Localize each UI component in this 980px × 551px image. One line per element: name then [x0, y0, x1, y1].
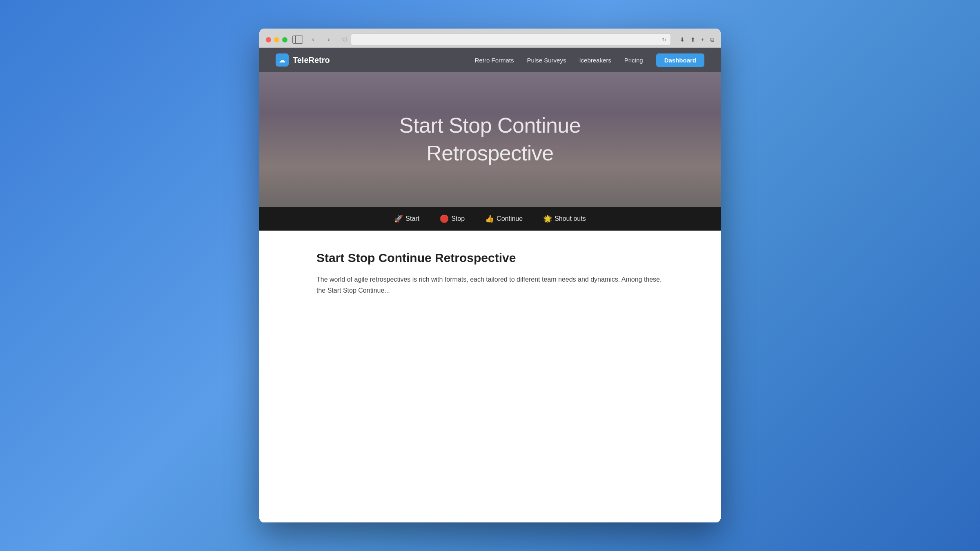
- sidebar-icon: [292, 36, 303, 44]
- content-area: Start Stop Continue Retrospective The wo…: [259, 231, 721, 522]
- shield-icon: 🛡: [342, 37, 347, 43]
- new-tab-icon[interactable]: +: [701, 36, 704, 43]
- hero-title-line2: Retrospective: [426, 141, 553, 165]
- tab-stop[interactable]: 🛑 Stop: [440, 214, 465, 223]
- tab-continue-label: Continue: [497, 215, 523, 222]
- content-body: The world of agile retrospectives is ric…: [316, 274, 664, 296]
- close-button[interactable]: [266, 37, 271, 42]
- website: ☁ TeleRetro Retro Formats Pulse Surveys …: [259, 48, 721, 522]
- continue-emoji: 👍: [485, 214, 494, 223]
- tab-shout-outs[interactable]: 🌟 Shout outs: [543, 214, 586, 223]
- browser-content: ☁ TeleRetro Retro Formats Pulse Surveys …: [259, 48, 721, 522]
- shoutouts-emoji: 🌟: [543, 214, 552, 223]
- refresh-icon[interactable]: ↻: [662, 37, 666, 43]
- address-bar[interactable]: ↻: [351, 33, 671, 46]
- site-nav: ☁ TeleRetro Retro Formats Pulse Surveys …: [259, 48, 721, 72]
- forward-button[interactable]: ›: [323, 34, 334, 45]
- browser-titlebar: ‹ › 🛡 ↻ ⬇ ⬆ + ⧉: [266, 33, 714, 47]
- start-emoji: 🚀: [394, 214, 403, 223]
- hero-section: Start Stop Continue Retrospective: [259, 72, 721, 207]
- minimize-button[interactable]: [274, 37, 279, 42]
- browser-window: ‹ › 🛡 ↻ ⬇ ⬆ + ⧉: [259, 29, 721, 522]
- browser-actions: ⬇ ⬆ + ⧉: [680, 36, 714, 43]
- hero-title: Start Stop Continue Retrospective: [399, 112, 581, 167]
- tab-stop-label: Stop: [451, 215, 465, 222]
- back-button[interactable]: ‹: [308, 34, 318, 45]
- tab-start-label: Start: [405, 215, 419, 222]
- hero-title-line1: Start Stop Continue: [399, 113, 581, 137]
- tab-continue[interactable]: 👍 Continue: [485, 214, 523, 223]
- share-icon[interactable]: ⬆: [690, 36, 695, 43]
- nav-links: Retro Formats Pulse Surveys Icebreakers …: [475, 53, 704, 67]
- logo-text: TeleRetro: [293, 56, 330, 65]
- tab-overview-icon[interactable]: ⧉: [710, 36, 714, 43]
- traffic-lights: [266, 37, 287, 42]
- sidebar-toggle-button[interactable]: [292, 34, 303, 45]
- logo[interactable]: ☁ TeleRetro: [276, 53, 330, 67]
- browser-chrome: ‹ › 🛡 ↻ ⬇ ⬆ + ⧉: [259, 29, 721, 48]
- download-icon[interactable]: ⬇: [680, 36, 685, 43]
- nav-pulse-surveys[interactable]: Pulse Surveys: [527, 57, 566, 64]
- nav-retro-formats[interactable]: Retro Formats: [475, 57, 514, 64]
- tab-shoutouts-label: Shout outs: [555, 215, 586, 222]
- tab-bar: 🚀 Start 🛑 Stop 👍 Continue 🌟 Shout outs: [259, 207, 721, 231]
- stop-emoji: 🛑: [440, 214, 449, 223]
- dashboard-button[interactable]: Dashboard: [656, 53, 704, 67]
- content-heading: Start Stop Continue Retrospective: [316, 251, 664, 265]
- tab-start[interactable]: 🚀 Start: [394, 214, 419, 223]
- logo-icon: ☁: [276, 53, 289, 67]
- maximize-button[interactable]: [282, 37, 287, 42]
- nav-pricing[interactable]: Pricing: [624, 57, 643, 64]
- nav-icebreakers[interactable]: Icebreakers: [579, 57, 611, 64]
